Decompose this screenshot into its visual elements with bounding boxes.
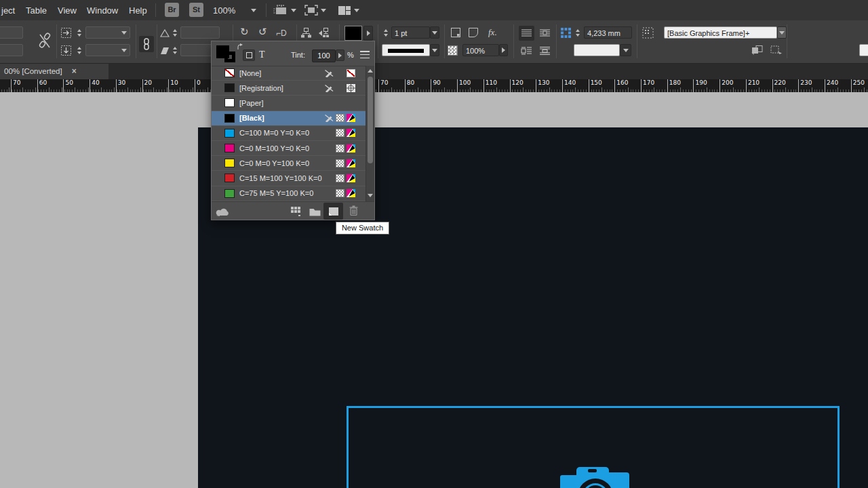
select-container-icon[interactable] <box>300 27 312 38</box>
no-text-wrap-icon[interactable] <box>519 26 534 41</box>
stepper[interactable] <box>75 26 83 39</box>
scroll-up-icon[interactable] <box>368 69 373 73</box>
new-group-folder-icon[interactable] <box>309 207 321 216</box>
bridge-button[interactable]: Br <box>165 3 179 17</box>
arrange-documents-dropdown-icon[interactable] <box>354 9 359 12</box>
zoom-dropdown-icon[interactable] <box>251 9 256 12</box>
swatch-expand-button[interactable] <box>363 26 373 41</box>
new-swatch-button[interactable] <box>323 203 343 220</box>
menu-item-view[interactable]: View <box>58 5 77 16</box>
registration-target-icon <box>347 84 355 92</box>
break-link-style-icon[interactable] <box>770 45 783 55</box>
swatch-row[interactable]: [Registration] <box>212 81 366 96</box>
corner-shape-icon[interactable] <box>469 28 478 37</box>
stroke-weight-stepper[interactable] <box>382 26 389 39</box>
select-content-icon[interactable] <box>318 27 330 38</box>
swatch-row[interactable]: [Black] <box>212 111 366 126</box>
swatch-row[interactable]: [None] <box>212 66 366 81</box>
corner-radius-stepper[interactable] <box>574 26 581 39</box>
rotate-clockwise-icon[interactable]: ↻ <box>240 26 249 37</box>
swatch-color-chip <box>224 174 235 182</box>
opacity-expand-button[interactable] <box>499 44 508 56</box>
view-options-icon[interactable] <box>273 4 288 16</box>
frame-fitting-dropdown[interactable] <box>620 44 631 56</box>
spacing-horizontal-icon <box>61 28 71 38</box>
constrain-proportions-button[interactable] <box>139 36 154 52</box>
process-checker-icon <box>336 129 344 137</box>
formatting-affects-container-button[interactable] <box>243 49 255 61</box>
cutoff-field[interactable] <box>859 44 868 56</box>
flip-icon[interactable]: D <box>276 28 287 38</box>
swatch-row[interactable]: [Paper] <box>212 96 366 110</box>
corner-options-icon[interactable] <box>451 28 460 37</box>
rotate-counterclockwise-icon[interactable]: ↺ <box>258 26 267 37</box>
wrap-bounding-box-icon[interactable] <box>537 26 553 41</box>
dropdown-icon[interactable] <box>121 49 127 52</box>
swatch-row[interactable]: C=0 M=0 Y=100 K=0 <box>212 156 366 171</box>
wrap-object-shape-icon[interactable] <box>519 43 534 58</box>
swatch-row[interactable]: C=15 M=100 Y=100 K=0 <box>212 171 366 186</box>
stroke-weight-field[interactable]: 1 pt <box>391 26 430 39</box>
broken-chain-icon[interactable] <box>39 32 51 49</box>
reference-field[interactable] <box>0 44 23 56</box>
tint-value-field[interactable]: 100 <box>312 49 336 62</box>
menu-item-table[interactable]: Table <box>26 5 47 16</box>
tint-expand-button[interactable] <box>336 49 344 61</box>
swatch-color-chip <box>224 114 235 123</box>
swatch-row[interactable]: C=100 M=0 Y=0 K=0 <box>212 126 366 141</box>
arrange-documents-icon[interactable] <box>338 5 351 16</box>
ruler-tick: 210 <box>746 79 760 92</box>
swatch-row[interactable]: C=0 M=100 Y=0 K=0 <box>212 141 366 156</box>
stepper[interactable] <box>171 26 178 39</box>
dropdown-icon[interactable] <box>121 31 127 35</box>
color-themes-icon[interactable] <box>216 207 231 216</box>
scrollbar[interactable] <box>366 66 374 201</box>
stroke-weight-dropdown[interactable] <box>430 26 439 39</box>
scroll-down-icon[interactable] <box>368 194 373 197</box>
stroke-type-field[interactable] <box>382 44 430 56</box>
scrollbar-thumb[interactable] <box>368 77 373 163</box>
cmyk-mode-icon <box>347 114 355 122</box>
reference-field[interactable] <box>0 26 23 39</box>
effects-icon[interactable]: fx. <box>488 27 497 38</box>
process-checker-icon <box>336 144 344 152</box>
ruler-tick: 70 <box>11 79 20 92</box>
document-tab[interactable]: 00% [Converted] × <box>0 63 108 79</box>
zoom-level-value[interactable]: 100% <box>213 5 235 16</box>
swatch-name: C=75 M=5 Y=100 K=0 <box>239 189 313 197</box>
stepper[interactable] <box>171 44 178 56</box>
screen-mode-dropdown-icon[interactable] <box>321 9 326 12</box>
locked-pencil-icon <box>324 114 334 122</box>
stepper[interactable] <box>75 44 83 56</box>
formatting-affects-text-button[interactable]: T <box>259 49 265 60</box>
screen-mode-icon[interactable] <box>304 5 318 16</box>
swap-fill-stroke-icon[interactable] <box>237 43 243 50</box>
close-tab-icon[interactable]: × <box>72 67 77 75</box>
menu-item-ject[interactable]: ject <box>1 5 15 16</box>
new-color-group-icon[interactable] <box>290 206 302 217</box>
frame-fitting-field[interactable] <box>574 44 620 56</box>
view-options-dropdown-icon[interactable] <box>291 9 296 12</box>
stroke-type-dropdown[interactable] <box>430 44 439 56</box>
stock-button[interactable]: St <box>189 3 203 17</box>
swatch-list: [None][Registration][Paper][Black]C=100 … <box>212 66 366 201</box>
opacity-field[interactable]: 100% <box>462 44 499 56</box>
jump-object-icon[interactable] <box>537 43 553 58</box>
delete-swatch-icon[interactable] <box>349 205 358 216</box>
clear-overrides-icon[interactable] <box>751 45 764 55</box>
menu-item-window[interactable]: Window <box>87 5 118 16</box>
panel-menu-icon[interactable] <box>360 51 370 58</box>
swatch-row[interactable]: C=75 M=5 Y=100 K=0 <box>212 186 366 201</box>
object-style-field[interactable]: [Basic Graphics Frame]+ <box>664 26 777 39</box>
fill-color-swatch[interactable] <box>344 26 362 41</box>
process-checker-icon <box>336 174 344 182</box>
fill-proxy-icon[interactable] <box>216 45 229 58</box>
camera-icon[interactable] <box>560 466 629 488</box>
document-tab-title: 00% [Converted] <box>0 67 62 75</box>
menu-item-help[interactable]: Help <box>129 5 147 16</box>
rotation-angle-field[interactable] <box>180 26 220 39</box>
object-style-dropdown[interactable] <box>777 26 787 39</box>
ruler-tick: 190 <box>693 79 707 92</box>
ruler-tick: 240 <box>825 79 838 92</box>
corner-radius-field[interactable]: 4,233 mm <box>584 26 632 39</box>
